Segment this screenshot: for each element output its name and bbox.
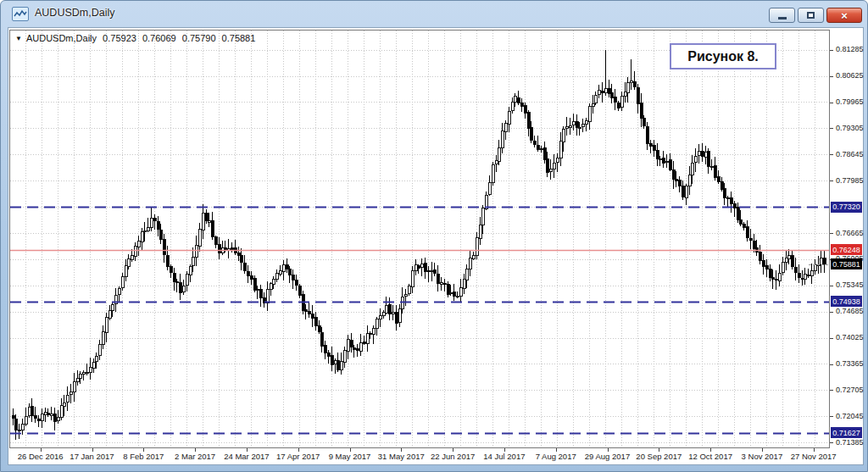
title-bar[interactable]: AUDUSDm,Daily × <box>1 1 867 27</box>
level-lines[interactable] <box>10 208 829 434</box>
figure-label-box[interactable]: Рисунок 8. <box>670 43 776 69</box>
info-close: 0.75881 <box>222 33 256 43</box>
restore-button[interactable] <box>798 8 824 23</box>
time-tick-mark <box>401 448 402 452</box>
time-tick-label: 29 Aug 2017 <box>585 452 630 461</box>
window-title: AUDUSDm,Daily <box>35 7 114 19</box>
time-tick-mark <box>143 448 144 452</box>
price-tick-mark <box>830 50 833 51</box>
price-tick-label: 0.79965 <box>836 97 864 106</box>
close-button[interactable]: × <box>826 8 862 23</box>
time-tick-mark <box>762 448 763 452</box>
price-tick-mark <box>830 312 833 313</box>
time-tick-mark <box>556 448 557 452</box>
time-tick-label: 17 Jan 2017 <box>70 452 114 461</box>
price-tick-label: 0.75345 <box>836 280 864 289</box>
info-low: 0.75790 <box>182 33 216 43</box>
level-price-badge: 0.74938 <box>831 296 862 307</box>
price-tick-label: 0.77985 <box>836 176 864 185</box>
time-tick-mark <box>659 448 659 452</box>
price-tick-label: 0.78645 <box>836 150 864 158</box>
restore-icon <box>807 12 815 19</box>
time-tick-label: 26 Dec 2016 <box>18 452 64 461</box>
time-tick-mark <box>608 448 609 452</box>
price-tick-label: 0.72045 <box>836 412 864 420</box>
info-high: 0.76069 <box>142 33 176 43</box>
chevron-down-icon[interactable]: ▼ <box>15 35 22 42</box>
time-tick-label: 22 Jun 2017 <box>431 452 475 461</box>
time-tick-mark <box>92 448 93 452</box>
time-tick-mark <box>710 448 711 452</box>
time-tick-label: 2 Mar 2017 <box>175 452 215 461</box>
price-tick-mark <box>830 416 833 417</box>
info-open: 0.75923 <box>103 33 136 43</box>
time-tick-mark <box>195 448 196 452</box>
time-tick-label: 17 Apr 2017 <box>276 452 320 461</box>
candlestick-series <box>12 50 826 440</box>
price-tick-label: 0.72705 <box>836 386 864 394</box>
price-tick-label: 0.76665 <box>836 229 864 237</box>
minimize-button[interactable] <box>769 8 795 23</box>
price-tick-mark <box>830 338 833 339</box>
time-tick-label: 8 Feb 2017 <box>123 452 164 461</box>
time-tick-mark <box>247 448 248 452</box>
price-tick-mark <box>830 154 833 155</box>
time-tick-label: 20 Sep 2017 <box>636 452 682 461</box>
price-tick-label: 0.79305 <box>836 124 864 132</box>
figure-label-text: Рисунок 8. <box>687 49 759 64</box>
price-tick-mark <box>830 364 833 365</box>
time-tick-label: 7 Aug 2017 <box>536 452 576 461</box>
price-tick-mark <box>830 76 833 77</box>
price-tick-label: 0.74685 <box>836 307 864 315</box>
price-tick-mark <box>830 103 833 103</box>
chart-canvas <box>10 31 829 447</box>
chart-panel: ▼AUDUSDm,Daily 0.75923 0.76069 0.75790 0… <box>8 27 864 465</box>
price-tick-label: 0.73365 <box>836 359 864 368</box>
info-symbol: AUDUSDm,Daily <box>26 33 97 43</box>
time-tick-mark <box>814 448 815 452</box>
time-tick-label: 9 May 2017 <box>329 452 371 461</box>
window-controls: × <box>769 8 862 23</box>
chart-window: AUDUSDm,Daily × ▼AUDUSDm,Daily 0.75923 0… <box>0 0 868 472</box>
price-tick-mark <box>830 128 833 129</box>
time-axis[interactable]: 26 Dec 201617 Jan 20178 Feb 20172 Mar 20… <box>9 449 857 464</box>
price-tick-mark <box>830 390 833 391</box>
minimize-icon <box>778 17 787 19</box>
price-tick-label: 0.74025 <box>836 333 864 342</box>
current-price-badge: 0.75881 <box>831 258 862 269</box>
candlestick-chart[interactable] <box>9 30 830 448</box>
time-tick-mark <box>298 448 299 452</box>
price-tick-label: 0.81285 <box>836 45 864 53</box>
time-tick-mark <box>453 448 453 452</box>
level-price-badge: 0.71627 <box>831 427 862 438</box>
time-tick-label: 27 Nov 2017 <box>791 452 837 461</box>
time-tick-label: 3 Nov 2017 <box>742 452 783 461</box>
time-tick-label: 31 May 2017 <box>378 452 425 461</box>
price-tick-label: 0.80625 <box>836 71 864 80</box>
time-tick-label: 24 Mar 2017 <box>224 452 269 461</box>
price-tick-mark <box>830 286 833 286</box>
price-tick-mark <box>830 180 833 181</box>
time-tick-label: 12 Oct 2017 <box>688 452 732 461</box>
time-tick-mark <box>350 448 351 452</box>
time-tick-label: 14 Jul 2017 <box>483 452 525 461</box>
chart-icon <box>12 7 29 21</box>
price-axis[interactable]: 0.812850.806250.799650.793050.786450.779… <box>830 28 863 449</box>
price-tick-mark <box>830 442 833 443</box>
time-tick-mark <box>41 448 42 452</box>
level-price-badge: 0.77320 <box>831 202 862 213</box>
price-tick-mark <box>830 233 833 234</box>
price-tick-label: 0.71385 <box>836 438 864 447</box>
time-tick-mark <box>504 448 505 452</box>
level-price-badge: 0.76248 <box>831 244 862 255</box>
grid-lines <box>10 31 829 447</box>
ohlc-info-bar: ▼AUDUSDm,Daily 0.75923 0.76069 0.75790 0… <box>15 33 259 43</box>
